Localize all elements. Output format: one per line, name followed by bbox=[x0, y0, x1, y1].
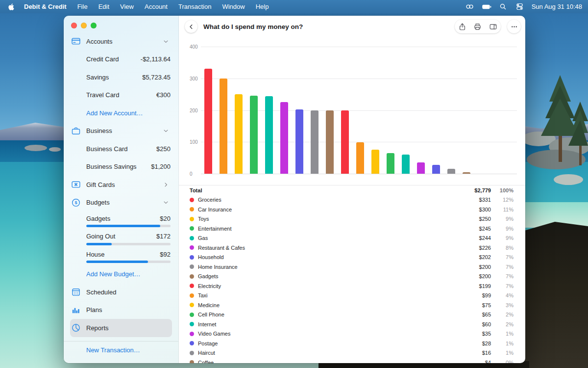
table-row-groceries[interactable]: Groceries$33112% bbox=[190, 195, 514, 205]
category-percent: 9% bbox=[491, 235, 514, 241]
dollar-circle-icon: $ bbox=[71, 198, 81, 208]
table-row-gas[interactable]: Gas$2449% bbox=[190, 234, 514, 243]
app-window: AccountsCredit Card-$2,113.64Savings$5,7… bbox=[64, 16, 525, 363]
report-toolbar bbox=[455, 20, 501, 33]
category-label: Haircut bbox=[198, 350, 461, 356]
table-row-cell-phone[interactable]: Cell Phone$652% bbox=[190, 310, 514, 320]
table-row-household[interactable]: Household$2027% bbox=[190, 253, 514, 263]
sidebar-account-business-savings[interactable]: Business Savings$1,200 bbox=[70, 158, 172, 176]
link-icon[interactable] bbox=[465, 2, 475, 12]
table-row-restaurant-cafes[interactable]: Restaurant & Cafes$2268% bbox=[190, 243, 514, 253]
sidebar-link-new-transaction[interactable]: New Transaction… bbox=[70, 342, 172, 360]
table-row-toys[interactable]: Toys$2509% bbox=[190, 214, 514, 224]
sidebar-link-add-new-account[interactable]: Add New Account… bbox=[70, 104, 172, 122]
category-percent: 7% bbox=[491, 264, 514, 270]
gridline-400 bbox=[201, 47, 517, 47]
gift-card-icon bbox=[71, 180, 81, 189]
category-percent: 0% bbox=[491, 360, 514, 363]
account-name: Business Savings bbox=[86, 163, 151, 170]
sidebar-budget-house[interactable]: House$92 bbox=[70, 247, 172, 265]
category-amount: $200 bbox=[461, 264, 491, 270]
sidebar-toggle-icon[interactable] bbox=[488, 21, 498, 32]
sidebar-item-accounts[interactable]: Accounts bbox=[70, 32, 172, 51]
category-amount: $244 bbox=[461, 235, 491, 241]
category-amount: $202 bbox=[461, 254, 491, 260]
menu-transaction[interactable]: Transaction bbox=[178, 3, 211, 10]
category-amount: $65 bbox=[461, 312, 491, 317]
menu-window[interactable]: Window bbox=[222, 3, 245, 10]
minimize-window-button[interactable] bbox=[81, 23, 87, 28]
table-row-video-games[interactable]: Video Games$351% bbox=[190, 329, 514, 339]
back-button[interactable] bbox=[185, 20, 197, 33]
menu-items: FileEditViewAccountTransactionWindowHelp bbox=[77, 3, 280, 10]
table-row-electricity[interactable]: Electricity$1997% bbox=[190, 281, 514, 291]
sidebar-budget-gadgets[interactable]: Gadgets$20 bbox=[70, 211, 172, 230]
table-row-car-insurance[interactable]: Car Insurance$30011% bbox=[190, 205, 514, 214]
bar-taxi bbox=[356, 142, 364, 174]
menu-view[interactable]: View bbox=[120, 3, 134, 10]
category-percent: 9% bbox=[491, 226, 514, 232]
pie-chart-icon bbox=[71, 323, 81, 333]
sidebar-item-budgets[interactable]: $Budgets bbox=[70, 194, 172, 212]
gridline-200 bbox=[201, 110, 517, 111]
category-amount: $4 bbox=[461, 360, 491, 363]
sidebar-item-reports[interactable]: Reports bbox=[70, 319, 172, 337]
menu-app-name[interactable]: Debit & Credit bbox=[24, 3, 67, 10]
report-title: What do I spend my money on? bbox=[203, 16, 303, 37]
total-label: Total bbox=[190, 187, 461, 193]
print-icon[interactable] bbox=[472, 21, 483, 32]
table-row-gadgets[interactable]: Gadgets$2007% bbox=[190, 272, 514, 282]
bar-gas bbox=[265, 96, 273, 174]
category-amount: $331 bbox=[461, 197, 491, 203]
table-row-postage[interactable]: Postage$281% bbox=[190, 339, 514, 348]
menu-help[interactable]: Help bbox=[256, 3, 269, 10]
category-amount: $199 bbox=[461, 283, 491, 289]
table-row-medicine[interactable]: Medicine$753% bbox=[190, 300, 514, 310]
category-amount: $60 bbox=[461, 321, 491, 327]
battery-icon[interactable] bbox=[482, 2, 491, 12]
category-percent: 4% bbox=[491, 292, 514, 298]
sidebar-account-business-card[interactable]: Business Card$250 bbox=[70, 140, 172, 158]
bar-medicine bbox=[371, 150, 379, 174]
account-balance: $5,723.45 bbox=[142, 74, 171, 81]
table-row-entertainment[interactable]: Entertainment$2459% bbox=[190, 224, 514, 234]
table-row-coffee[interactable]: Coffee$40% bbox=[190, 358, 514, 363]
category-label: Home Insurance bbox=[198, 264, 461, 270]
budget-name: Going Out bbox=[86, 233, 156, 240]
category-amount: $75 bbox=[461, 302, 491, 308]
table-row-home-insurance[interactable]: Home Insurance$2007% bbox=[190, 262, 514, 272]
category-color-dot bbox=[190, 351, 194, 355]
more-icon[interactable] bbox=[507, 20, 521, 33]
search-icon[interactable] bbox=[498, 2, 508, 12]
budget-progress-track bbox=[86, 261, 171, 263]
menu-edit[interactable]: Edit bbox=[98, 3, 109, 10]
sidebar-account-savings[interactable]: Savings$5,723.45 bbox=[70, 68, 172, 86]
table-row-taxi[interactable]: Taxi$994% bbox=[190, 291, 514, 301]
sidebar-item-plans[interactable]: Plans bbox=[70, 301, 172, 319]
sidebar-link-add-new-budget[interactable]: Add New Budget… bbox=[70, 265, 172, 284]
close-window-button[interactable] bbox=[71, 23, 77, 28]
apple-menu-icon[interactable] bbox=[8, 2, 15, 11]
desktop: Debit & Credit FileEditViewAccountTransa… bbox=[0, 0, 588, 368]
zoom-window-button[interactable] bbox=[91, 23, 97, 28]
table-row-haircut[interactable]: Haircut$161% bbox=[190, 348, 514, 358]
category-percent: 8% bbox=[491, 245, 514, 251]
category-amount: $28 bbox=[461, 341, 491, 346]
sidebar-account-credit-card[interactable]: Credit Card-$2,113.64 bbox=[70, 51, 172, 69]
sidebar-item-scheduled[interactable]: Scheduled bbox=[70, 283, 172, 301]
sidebar-item-gift-cards[interactable]: Gift Cards bbox=[70, 176, 172, 194]
bar-car-insurance bbox=[220, 79, 227, 174]
sidebar-item-business[interactable]: Business bbox=[70, 122, 172, 140]
sidebar-account-travel-card[interactable]: Travel Card€300 bbox=[70, 86, 172, 105]
menu-clock[interactable]: Sun Aug 31 10:48 bbox=[532, 3, 582, 10]
category-percent: 7% bbox=[491, 273, 514, 279]
category-percent: 1% bbox=[491, 350, 514, 356]
svg-text:$: $ bbox=[74, 200, 77, 205]
sidebar-budget-going-out[interactable]: Going Out$172 bbox=[70, 230, 172, 248]
table-row-internet[interactable]: Internet$602% bbox=[190, 319, 514, 329]
menu-account[interactable]: Account bbox=[145, 3, 168, 10]
control-center-icon[interactable] bbox=[515, 2, 525, 12]
share-icon[interactable] bbox=[457, 21, 468, 32]
menu-file[interactable]: File bbox=[77, 3, 88, 10]
category-percent: 2% bbox=[491, 312, 514, 317]
